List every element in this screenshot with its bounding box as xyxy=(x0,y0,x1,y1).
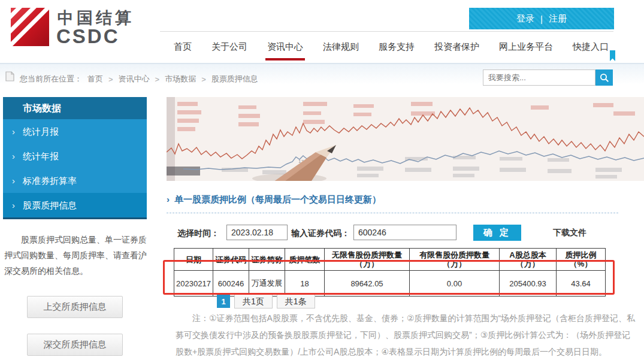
download-file-link[interactable]: 下载文件 xyxy=(553,228,586,238)
nav-item-service-support[interactable]: 服务支持 xyxy=(379,41,415,53)
sidebar-item-annual-report[interactable]: 统计年报 xyxy=(3,144,147,168)
breadcrumb-item-news-center[interactable]: 资讯中心 xyxy=(119,74,150,84)
nav-item-about[interactable]: 关于公司 xyxy=(211,41,247,53)
sidebar-item-conversion-rate[interactable]: 标准券折算率 xyxy=(3,168,147,193)
breadcrumb-label: 您当前所在位置： xyxy=(20,74,82,84)
table-row: 20230217 600246 万通发展 18 89642.05 0.00 20… xyxy=(174,271,606,297)
breadcrumb-separator: > xyxy=(108,75,113,84)
col-security-code: 证券代码 xyxy=(213,249,249,271)
sidebar-item-monthly-report[interactable]: 统计月报 xyxy=(3,119,147,144)
register-link[interactable]: 注册 xyxy=(549,13,567,25)
search-bar xyxy=(483,69,613,86)
page-number-current[interactable]: 1 xyxy=(217,295,230,308)
sidebar-title: 市场数据 xyxy=(3,97,147,119)
nav-item-quick-entry[interactable]: 快捷入口 xyxy=(573,41,609,53)
page: 中国结算 CSDC 登录 | 注册 首页 关于公司 资讯中心 法律规则 服务支持… xyxy=(0,0,644,363)
logo-text-en: CSDC xyxy=(56,25,120,48)
col-date: 日期 xyxy=(174,249,213,271)
confirm-button[interactable]: 确 定 xyxy=(473,225,521,241)
cell-date: 20230217 xyxy=(174,271,213,297)
table-header-row: 日期 证券代码 证券简称 质押笔数 无限售股份质押数量（万） 有限售股份质押数量… xyxy=(174,249,606,271)
date-input[interactable] xyxy=(226,225,288,240)
nav-top-divider xyxy=(160,31,613,32)
document-icon xyxy=(5,71,14,81)
login-link[interactable]: 登录 xyxy=(516,13,534,25)
bookmark-ribbon-icon xyxy=(610,50,615,61)
nav-item-home[interactable]: 首页 xyxy=(174,41,192,53)
cell-security-name: 万通发展 xyxy=(249,271,285,297)
banner-photo: 17-05-16 xyxy=(167,97,644,181)
nav-item-investor-protection[interactable]: 投资者保护 xyxy=(434,41,479,53)
sidebar: 市场数据 统计月报 统计年报 标准券折算率 股票质押信息 股票质押式回购总量、单… xyxy=(3,97,147,363)
total-items-badge[interactable]: 共1条 xyxy=(277,294,315,308)
search-button[interactable] xyxy=(595,69,613,86)
breadcrumb-item-home[interactable]: 首页 xyxy=(87,74,103,84)
auth-box: 登录 | 注册 xyxy=(469,8,614,29)
col-pledge-ratio: 质押比例（%） xyxy=(557,249,606,271)
nav-item-news-center[interactable]: 资讯中心 xyxy=(267,41,303,53)
code-input[interactable] xyxy=(353,225,456,240)
cell-restricted-pledged: 0.00 xyxy=(410,271,500,297)
breadcrumb-separator: > xyxy=(155,75,160,84)
total-pages-badge[interactable]: 共1页 xyxy=(234,294,273,308)
breadcrumb-item-market-data[interactable]: 市场数据 xyxy=(165,74,196,84)
pagination: 1 共1页 共1条 xyxy=(217,294,315,308)
cell-unrestricted-pledged: 89642.05 xyxy=(325,271,410,297)
breadcrumb-separator: > xyxy=(201,75,206,84)
search-icon xyxy=(600,73,609,83)
col-unrestricted-pledged: 无限售股份质押数量（万） xyxy=(325,249,410,271)
cell-pledge-ratio: 43.64 xyxy=(557,271,606,297)
cell-security-code: 600246 xyxy=(213,271,249,297)
search-input[interactable] xyxy=(483,69,595,86)
cell-total-a-shares: 205400.93 xyxy=(500,271,557,297)
section-title: ›单一股票质押比例（每周最后一个交易日日终更新） xyxy=(167,194,618,213)
auth-divider: | xyxy=(540,14,543,24)
code-label: 输入证券代码： xyxy=(291,228,350,239)
col-total-a-shares: A股总股本（万） xyxy=(500,249,557,271)
nav-item-legal-rules[interactable]: 法律规则 xyxy=(323,41,359,53)
sidebar-menu: 统计月报 统计年报 标准券折算率 股票质押信息 xyxy=(3,119,147,219)
breadcrumb-item-stock-pledge[interactable]: 股票质押信息 xyxy=(211,74,258,84)
sse-pledge-info-button[interactable]: 上交所质押信息 xyxy=(27,296,123,318)
col-pledge-count: 质押笔数 xyxy=(285,249,325,271)
col-security-name: 证券简称 xyxy=(249,249,285,271)
date-label: 选择时间： xyxy=(177,228,219,239)
col-restricted-pledged: 有限售股份质押数量（万） xyxy=(410,249,500,271)
chevron-right-icon: › xyxy=(167,194,170,204)
pledge-ratio-table: 日期 证券代码 证券简称 质押笔数 无限售股份质押数量（万） 有限售股份质押数量… xyxy=(174,248,606,297)
szse-pledge-info-button[interactable]: 深交所质押信息 xyxy=(27,334,123,356)
csdc-logo-icon[interactable] xyxy=(11,8,49,46)
cell-pledge-count: 18 xyxy=(285,271,325,297)
nav-item-online-business[interactable]: 网上业务平台 xyxy=(499,41,553,53)
breadcrumb: 您当前所在位置： 首页 > 资讯中心 > 市场数据 > 股票质押信息 xyxy=(20,74,258,84)
footnote: 注：①证券范围包括A股股票，不含优先股、基金、债券；②质押数量的计算范围为“场外… xyxy=(176,310,638,360)
main-nav: 首页 关于公司 资讯中心 法律规则 服务支持 投资者保护 网上业务平台 快捷入口 xyxy=(174,36,609,58)
sidebar-description: 股票质押式回购总量、单一证券质押式回购数量、每周质押率、请查看沪深交易所的相关信… xyxy=(4,232,147,279)
sidebar-item-stock-pledge-info[interactable]: 股票质押信息 xyxy=(3,193,147,217)
